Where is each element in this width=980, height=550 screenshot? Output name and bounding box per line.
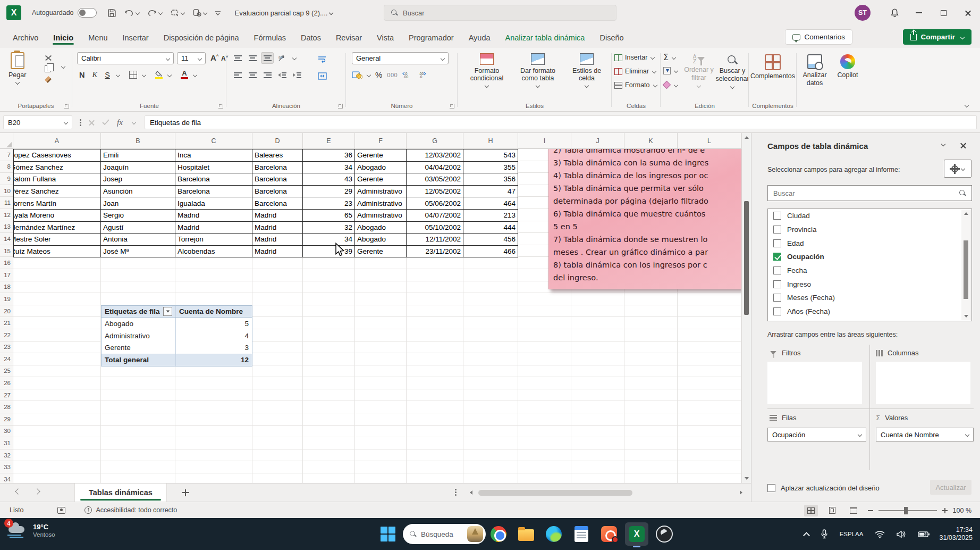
cell-E14[interactable]: 34 <box>303 234 355 246</box>
cell-E11[interactable]: 23 <box>303 197 355 210</box>
cell-H31[interactable] <box>463 437 518 449</box>
cell-A9[interactable]: Salom Fullana <box>14 173 101 186</box>
cell-G9[interactable]: 03/05/2002 <box>407 173 463 186</box>
formula-bar-dropdown[interactable] <box>132 120 136 124</box>
taskbar-search-box[interactable]: Búsqueda <box>403 524 486 544</box>
cell-E24[interactable] <box>303 353 355 365</box>
sheet-options-dots[interactable] <box>455 489 457 496</box>
cell-A28[interactable] <box>13 401 101 413</box>
bold-button[interactable]: N <box>78 71 86 79</box>
paste-button[interactable]: Pegar <box>9 52 26 84</box>
cell-G28[interactable] <box>407 401 463 413</box>
defer-layout-checkbox[interactable] <box>767 484 775 492</box>
cell-G25[interactable] <box>407 365 463 378</box>
comma-style-button[interactable]: 000 <box>387 72 398 78</box>
redo-button[interactable] <box>147 9 162 17</box>
tab-disposición-de-página[interactable]: Disposición de página <box>156 34 247 48</box>
cell-F26[interactable] <box>355 377 407 389</box>
cell-J33[interactable] <box>571 461 624 473</box>
cell-A20[interactable] <box>13 305 101 318</box>
sort-filter-button[interactable]: AZ Ordenar y filtrar <box>682 54 715 87</box>
cell-I33[interactable] <box>518 461 571 473</box>
cell-F22[interactable] <box>355 329 407 341</box>
cell-J28[interactable] <box>571 401 624 413</box>
wrap-text-button[interactable] <box>316 53 328 65</box>
close-button[interactable] <box>956 0 980 26</box>
cell-F15[interactable]: Gerente <box>355 246 407 258</box>
decrease-decimal-button[interactable]: .00.0 <box>417 71 426 79</box>
cell-I27[interactable] <box>518 389 571 402</box>
field-list-scroll-down[interactable] <box>964 315 968 318</box>
cell-B32[interactable] <box>101 449 175 462</box>
cell-D32[interactable] <box>252 449 303 462</box>
column-header-H[interactable]: H <box>463 133 518 149</box>
clock[interactable]: 17:34 31/03/2025 <box>939 526 973 542</box>
borders-icon[interactable] <box>129 71 137 79</box>
cell-C28[interactable] <box>175 401 252 413</box>
row-header-21[interactable]: 21 <box>0 317 13 329</box>
pivot-value-cell[interactable]: 5 <box>175 318 252 330</box>
copilot-button[interactable]: Copilot <box>832 54 863 79</box>
cell-D14[interactable]: Madrid <box>252 234 303 246</box>
cell-E7[interactable]: 36 <box>303 149 355 162</box>
cell-C33[interactable] <box>175 461 252 473</box>
row-header-30[interactable]: 30 <box>0 426 13 438</box>
cell-J25[interactable] <box>571 365 624 378</box>
cell-F11[interactable]: Administrativo <box>355 197 407 210</box>
cell-J22[interactable] <box>571 329 624 341</box>
cell-H22[interactable] <box>463 329 518 341</box>
cell-G11[interactable]: 05/06/2002 <box>407 197 463 210</box>
cell-L29[interactable] <box>678 413 741 426</box>
cell-B34[interactable] <box>101 473 175 483</box>
cell-B10[interactable]: Asunción <box>101 186 175 198</box>
cell-E15[interactable]: 39 <box>303 246 355 258</box>
cell-K20[interactable] <box>624 305 678 318</box>
cell-F28[interactable] <box>355 401 407 413</box>
cell-L21[interactable] <box>678 317 741 329</box>
cell-D28[interactable] <box>252 401 303 413</box>
cell-H10[interactable]: 47 <box>463 186 518 198</box>
cell-A29[interactable] <box>13 413 101 426</box>
align-bottom-button[interactable] <box>261 52 274 64</box>
chrome-icon[interactable] <box>489 524 508 544</box>
cell-D29[interactable] <box>252 413 303 426</box>
row-header-13[interactable]: 13 <box>0 221 13 234</box>
cell-G23[interactable] <box>407 341 463 354</box>
cell-H13[interactable]: 444 <box>463 222 518 234</box>
cell-F16[interactable] <box>355 257 407 269</box>
font-dialog-launcher[interactable] <box>218 104 223 109</box>
cell-C17[interactable] <box>175 269 252 281</box>
cell-H34[interactable] <box>463 473 518 483</box>
cell-K32[interactable] <box>624 449 678 462</box>
tab-insertar[interactable]: Insertar <box>115 34 156 48</box>
cell-F19[interactable] <box>355 293 407 305</box>
columns-drop-zone[interactable] <box>876 362 970 404</box>
row-header-33[interactable]: 33 <box>0 461 13 473</box>
cell-G34[interactable] <box>407 473 463 483</box>
cut-icon[interactable] <box>45 54 52 62</box>
align-center-button[interactable] <box>246 69 259 81</box>
cell-F9[interactable]: Gerente <box>355 173 407 186</box>
cell-C30[interactable] <box>175 426 252 438</box>
cell-J20[interactable] <box>571 305 624 318</box>
cell-B30[interactable] <box>101 426 175 438</box>
cell-G29[interactable] <box>407 413 463 426</box>
cell-L20[interactable] <box>678 305 741 318</box>
conditional-formatting-button[interactable]: Formato condicional <box>462 53 511 87</box>
row-header-24[interactable]: 24 <box>0 353 13 365</box>
cell-K28[interactable] <box>624 401 678 413</box>
cell-I22[interactable] <box>518 329 571 341</box>
row-header-8[interactable]: 8 <box>0 161 13 173</box>
cell-A8[interactable]: Gómez Sanchez <box>14 162 101 174</box>
cell-G13[interactable]: 05/10/2002 <box>407 222 463 234</box>
cell-H21[interactable] <box>463 317 518 329</box>
accounting-format-icon[interactable] <box>352 71 362 79</box>
cell-J26[interactable] <box>571 377 624 389</box>
cell-E18[interactable] <box>303 281 355 294</box>
cell-L33[interactable] <box>678 461 741 473</box>
cell-L31[interactable] <box>678 437 741 449</box>
cell-K23[interactable] <box>624 341 678 354</box>
microphone-icon[interactable] <box>821 529 828 539</box>
row-header-27[interactable]: 27 <box>0 389 13 402</box>
zoom-slider[interactable] <box>878 510 937 511</box>
